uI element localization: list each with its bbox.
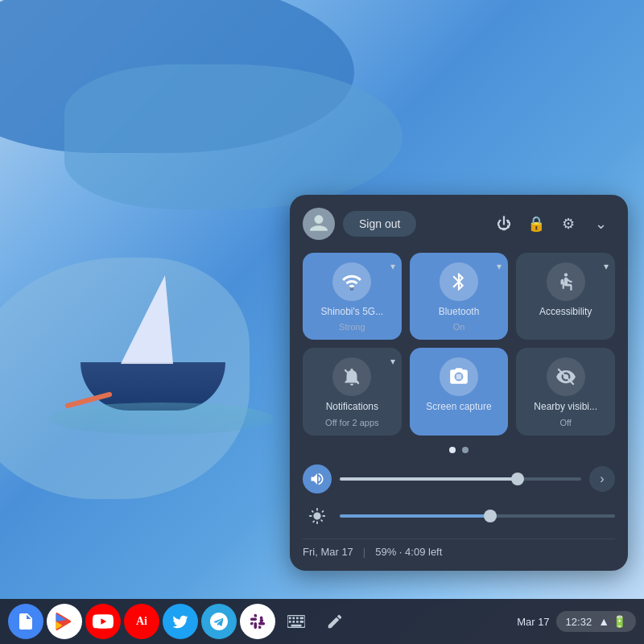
wifi-label: Shinobi's 5G...	[320, 306, 383, 317]
taskbar-app-pen[interactable]	[317, 604, 353, 639]
nearby-icon-circle	[547, 357, 585, 396]
screencapture-tile[interactable]: Screen capture	[410, 348, 509, 435]
tiles-grid: Shinobi's 5G... Strong ▾ Bluetooth On ▾	[303, 253, 615, 436]
svg-rect-10	[289, 621, 291, 623]
accessibility-icon-circle	[547, 262, 585, 301]
power-button[interactable]: ⏻	[489, 209, 518, 238]
taskbar-app-slack[interactable]	[240, 604, 275, 639]
svg-rect-11	[292, 621, 295, 623]
svg-rect-9	[300, 617, 304, 620]
bluetooth-label: Bluetooth	[439, 306, 480, 317]
header-icon-group: ⏻ 🔒 ⚙ ⌄	[489, 209, 615, 238]
brightness-icon-circle	[303, 502, 332, 530]
taskbar-right: Mar 17 12:32 ▲ 🔋	[517, 611, 636, 632]
footer-date: Fri, Mar 17	[303, 546, 353, 558]
qs-header: Sign out ⏻ 🔒 ⚙ ⌄	[303, 208, 615, 240]
notifications-sublabel: Off for 2 apps	[325, 418, 378, 427]
page-dot-1[interactable]	[449, 447, 456, 453]
screencapture-icon-circle	[440, 357, 478, 396]
brightness-slider-row	[303, 502, 615, 530]
volume-slider[interactable]	[340, 477, 581, 481]
taskbar-app-adobe[interactable]: Ai	[124, 604, 159, 639]
taskbar-app-telegram[interactable]	[201, 604, 237, 639]
svg-rect-7	[292, 617, 295, 620]
qs-footer: Fri, Mar 17 | 59% · 4:09 left	[303, 539, 615, 558]
notifications-icon-circle	[332, 357, 371, 396]
brightness-slider[interactable]	[340, 514, 615, 518]
notifications-dropdown-icon: ▾	[390, 356, 395, 367]
accessibility-sublabel	[564, 322, 567, 332]
svg-rect-8	[296, 617, 299, 620]
screencapture-label: Screen capture	[426, 401, 491, 412]
collapse-button[interactable]: ⌄	[586, 209, 615, 238]
svg-rect-12	[296, 621, 299, 623]
taskbar-app-keyboard[interactable]	[279, 604, 314, 639]
lock-icon: 🔒	[527, 215, 545, 233]
wifi-status-icon: ▲	[598, 615, 609, 628]
svg-rect-3	[456, 374, 462, 380]
wifi-icon-circle	[332, 262, 371, 301]
chevron-down-icon: ⌄	[595, 215, 607, 233]
svg-rect-0	[350, 287, 353, 291]
page-dots	[303, 447, 615, 453]
taskbar: Ai	[0, 599, 644, 644]
boat-illustration	[48, 282, 290, 443]
page-dot-2[interactable]	[462, 447, 469, 453]
accessibility-label: Accessibility	[539, 306, 592, 317]
nearby-tile[interactable]: Nearby visibi... Off	[516, 348, 615, 435]
nearby-label: Nearby visibi...	[534, 401, 597, 412]
taskbar-app-youtube[interactable]	[85, 604, 121, 639]
svg-rect-14	[291, 625, 302, 627]
accessibility-dropdown-icon: ▾	[604, 261, 609, 272]
svg-rect-13	[300, 621, 304, 623]
gear-icon: ⚙	[562, 215, 575, 233]
taskbar-app-twitter[interactable]	[163, 604, 198, 639]
bluetooth-icon-circle	[440, 262, 478, 301]
taskbar-app-play[interactable]	[47, 604, 82, 639]
wifi-tile[interactable]: Shinobi's 5G... Strong ▾	[303, 253, 402, 340]
taskbar-date: Mar 17	[517, 616, 549, 628]
notifications-tile[interactable]: Notifications Off for 2 apps ▾	[303, 348, 402, 435]
notifications-label: Notifications	[326, 401, 378, 412]
screencapture-sublabel	[457, 418, 460, 427]
settings-button[interactable]: ⚙	[554, 209, 583, 238]
svg-point-1	[564, 273, 567, 276]
taskbar-status-icons: ▲ 🔋	[598, 615, 626, 628]
wifi-sublabel: Strong	[339, 322, 365, 332]
bluetooth-sublabel: On	[453, 322, 465, 332]
nearby-sublabel: Off	[559, 418, 571, 427]
volume-icon-circle	[303, 464, 332, 493]
battery-status-icon: 🔋	[613, 615, 626, 628]
accessibility-tile[interactable]: Accessibility ▾	[516, 253, 615, 340]
power-icon: ⏻	[497, 216, 511, 233]
footer-battery: 59% · 4:09 left	[375, 546, 442, 558]
taskbar-time-pill[interactable]: 12:32 ▲ 🔋	[556, 611, 636, 632]
bluetooth-tile[interactable]: Bluetooth On ▾	[410, 253, 509, 340]
volume-slider-row: ›	[303, 464, 615, 493]
bluetooth-dropdown-icon: ▾	[497, 261, 502, 272]
wifi-dropdown-icon: ▾	[390, 261, 395, 272]
volume-expand-button[interactable]: ›	[589, 466, 615, 492]
footer-separator: |	[363, 546, 365, 558]
svg-rect-6	[289, 617, 291, 620]
lock-button[interactable]: 🔒	[522, 209, 551, 238]
user-avatar[interactable]	[303, 208, 335, 240]
quick-settings-panel: Sign out ⏻ 🔒 ⚙ ⌄ Shi	[290, 195, 628, 571]
taskbar-time: 12:32	[566, 616, 592, 628]
taskbar-app-docs[interactable]	[8, 604, 43, 639]
sign-out-button[interactable]: Sign out	[343, 211, 416, 237]
